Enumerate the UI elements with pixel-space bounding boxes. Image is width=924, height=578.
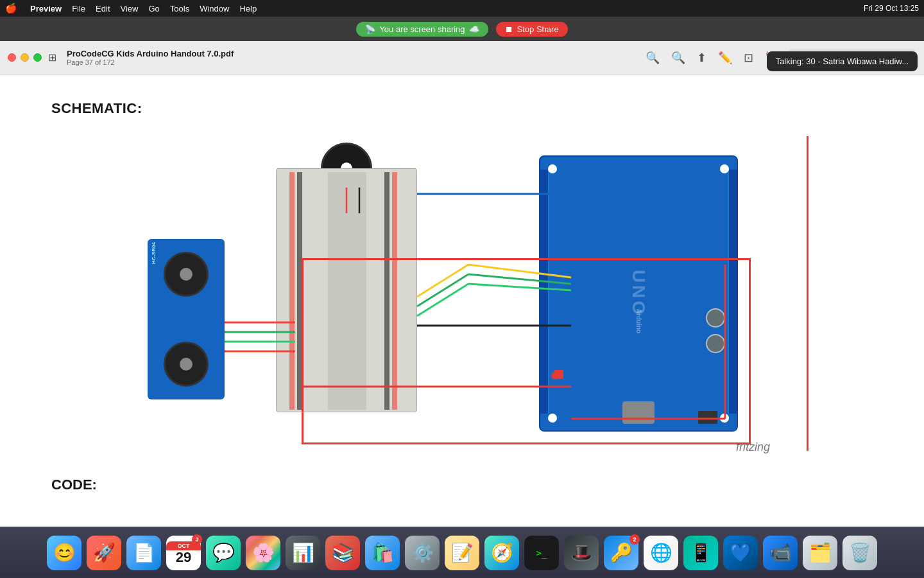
zoom-fit-button[interactable]: ⊡ <box>741 48 756 67</box>
preview-icon: 📄 <box>133 542 155 563</box>
red-border-box <box>302 258 751 444</box>
menubar-time: Fri 29 Oct 13:25 <box>864 4 919 13</box>
1password-badge: 2 <box>629 534 640 545</box>
schematic-label: SCHEMATIC: <box>51 100 873 117</box>
dock-item-preview[interactable]: 📄 <box>126 536 161 570</box>
menubar-right: Fri 29 Oct 13:25 <box>864 4 919 13</box>
dock-item-trash[interactable]: 🗑️ <box>843 536 877 570</box>
dock-item-vscode[interactable]: 💙 <box>723 536 758 570</box>
settings-icon: ⚙️ <box>411 542 434 563</box>
trash-icon: 🗑️ <box>849 542 871 563</box>
dock-item-zoom[interactable]: 📹 <box>763 536 798 570</box>
chrome-icon: 🌐 <box>650 542 672 563</box>
dock-item-bartender[interactable]: 🎩 <box>564 536 599 570</box>
talking-tooltip: Talking: 30 - Satria Wibawa Hadiw... <box>767 51 918 71</box>
dock-item-terminal[interactable]: >_ <box>524 536 559 570</box>
launchpad-icon: 🚀 <box>93 542 116 563</box>
dock-item-appstore[interactable]: 🛍️ <box>365 536 400 570</box>
dock-item-files[interactable]: 🗂️ <box>803 536 837 570</box>
calendar-date: 29 <box>176 550 191 565</box>
dock-item-chrome[interactable]: 🌐 <box>644 536 678 570</box>
dock-item-books[interactable]: 📚 <box>325 536 360 570</box>
zoom-in-button[interactable]: 🔍 <box>669 48 688 67</box>
photos-icon: 🌸 <box>252 542 275 563</box>
file-info: ProCodeCG Kids Arduino Handout 7.0.pdf P… <box>67 49 234 66</box>
menubar-window[interactable]: Window <box>200 4 229 13</box>
sensor-circle-bottom <box>164 342 209 387</box>
close-button[interactable] <box>8 53 16 62</box>
minimize-button[interactable] <box>21 53 29 62</box>
dock-item-facetime[interactable]: 📱 <box>683 536 718 570</box>
page-info: Page 37 of 172 <box>67 58 234 66</box>
menubar-file[interactable]: File <box>72 4 85 13</box>
terminal-icon: >_ <box>536 548 547 558</box>
menubar-tools[interactable]: Tools <box>170 4 189 13</box>
menubar-help[interactable]: Help <box>239 4 257 13</box>
dock-item-calendar[interactable]: OCT 29 3 <box>166 536 201 570</box>
file-title: ProCodeCG Kids Arduino Handout 7.0.pdf <box>67 49 234 58</box>
finder-icon: 😊 <box>53 542 76 563</box>
fullscreen-button[interactable] <box>33 53 42 62</box>
facetime-icon: 📱 <box>690 542 712 563</box>
screen-sharing-label: You are screen sharing <box>379 24 465 34</box>
svg-rect-1 <box>289 172 295 410</box>
menubar-app-name[interactable]: Preview <box>30 4 62 13</box>
stop-share-label: Stop Share <box>517 24 559 34</box>
safari-icon: 🧭 <box>491 542 513 563</box>
traffic-lights <box>8 53 42 62</box>
dock-item-1password[interactable]: 🔑 2 <box>604 536 638 570</box>
notes-icon: 📝 <box>451 542 474 563</box>
vscode-icon: 💙 <box>730 542 752 563</box>
stop-icon: ⏹ <box>505 24 513 34</box>
screen-sharing-cloud-icon: ☁️ <box>469 24 479 34</box>
1password-icon: 🔑 <box>610 542 633 563</box>
files-icon: 🗂️ <box>809 542 832 563</box>
talking-text: Talking: 30 - Satria Wibawa Hadiw... <box>776 57 909 66</box>
screen-sharing-icon: 📡 <box>365 24 375 34</box>
code-label: CODE: <box>51 477 873 493</box>
ultrasonic-sensor: HC-SR04 <box>148 239 225 399</box>
share-button[interactable]: ⬆ <box>694 48 709 67</box>
menubar-view[interactable]: View <box>121 4 139 13</box>
menubar-left: 🍎 Preview File Edit View Go Tools Window… <box>5 3 257 14</box>
markup-button[interactable]: ✏️ <box>715 48 735 67</box>
dock-item-safari[interactable]: 🧭 <box>484 536 519 570</box>
menubar-go[interactable]: Go <box>148 4 159 13</box>
schematic-diagram: HC-SR04 UNO Arduino <box>148 136 776 457</box>
sensor-circle-inner-bottom <box>180 358 193 371</box>
stop-share-button[interactable]: ⏹ Stop Share <box>496 22 568 37</box>
messages-icon: 💬 <box>212 542 235 563</box>
menubar-edit[interactable]: Edit <box>96 4 110 13</box>
zoom-out-button[interactable]: 🔍 <box>643 48 662 67</box>
zoom-icon: 📹 <box>769 542 792 563</box>
menubar: 🍎 Preview File Edit View Go Tools Window… <box>0 0 924 17</box>
screen-sharing-bar: 📡 You are screen sharing ☁️ ⏹ Stop Share <box>0 17 924 41</box>
preview-window: ⊞ ProCodeCG Kids Arduino Handout 7.0.pdf… <box>0 41 924 527</box>
sidebar-toggle-button[interactable]: ⊞ <box>48 51 56 64</box>
keynote-icon: 📊 <box>292 542 314 563</box>
dock: 😊 🚀 📄 OCT 29 3 💬 🌸 📊 📚 🛍️ ⚙️ 📝 🧭 <box>0 527 924 578</box>
dock-item-messages[interactable]: 💬 <box>206 536 241 570</box>
bartender-icon: 🎩 <box>570 542 593 563</box>
dock-item-launchpad[interactable]: 🚀 <box>87 536 121 570</box>
sensor-circle-top <box>164 252 209 297</box>
dock-item-notes[interactable]: 📝 <box>445 536 479 570</box>
apple-menu[interactable]: 🍎 <box>5 3 17 14</box>
dock-item-system-preferences[interactable]: ⚙️ <box>405 536 440 570</box>
dock-item-photos[interactable]: 🌸 <box>246 536 280 570</box>
dock-item-finder[interactable]: 😊 <box>47 536 81 570</box>
content-area[interactable]: SCHEMATIC: <box>0 74 924 527</box>
books-icon: 📚 <box>332 542 354 563</box>
sensor-circle-inner-top <box>180 268 193 281</box>
appstore-icon: 🛍️ <box>372 542 394 563</box>
calendar-badge: 3 <box>192 534 202 545</box>
dock-item-keynote[interactable]: 📊 <box>286 536 320 570</box>
screen-sharing-status: 📡 You are screen sharing ☁️ <box>356 22 488 37</box>
page-edge-line <box>807 136 809 451</box>
